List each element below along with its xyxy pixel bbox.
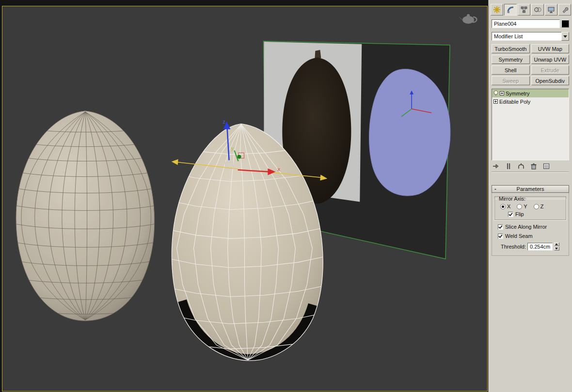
object-name-field[interactable]: Plane004 <box>492 19 560 28</box>
extrude-button: Extrude <box>531 65 570 75</box>
modify-tab-icon <box>507 6 514 14</box>
blue-silhouette-shape <box>369 69 450 196</box>
utilities-tab-icon <box>561 6 569 14</box>
configure-modifier-sets-icon <box>542 162 550 170</box>
gizmo-center-handle[interactable] <box>238 155 241 159</box>
viewport-canvas: z x y <box>2 6 487 391</box>
modifier-stack-toolbar <box>492 162 569 172</box>
make-unique-icon <box>517 162 525 170</box>
radio-z[interactable] <box>534 204 539 209</box>
unwrap-uvw-button[interactable]: Unwrap UVW <box>531 55 570 64</box>
configure-modifier-sets-button[interactable] <box>542 162 550 170</box>
show-end-result-button[interactable] <box>504 162 512 170</box>
threshold-label: Threshold: <box>501 244 526 250</box>
tab-motion[interactable] <box>531 4 544 16</box>
turbosmooth-button[interactable]: TurboSmooth <box>492 44 530 53</box>
create-tab-icon <box>493 6 501 14</box>
weld-seam-label: Weld Seam <box>505 233 533 239</box>
threshold-spinner <box>554 242 559 251</box>
modifier-button-grid: TurboSmooth UVW Map Symmetry Unwrap UVW … <box>492 44 569 85</box>
symmetry-button[interactable]: Symmetry <box>492 55 530 64</box>
spinner-up-button[interactable] <box>554 242 559 246</box>
opensubdiv-button[interactable]: OpenSubdiv <box>531 76 570 85</box>
tab-create[interactable] <box>491 4 503 16</box>
parameters-rollout-header[interactable]: - Parameters <box>492 185 569 193</box>
make-unique-button[interactable] <box>517 162 525 170</box>
radio-y[interactable] <box>517 204 522 209</box>
checkmark-icon <box>498 234 503 238</box>
display-tab-icon <box>547 6 555 14</box>
mirror-axis-group: Mirror Axis: X Y Z Flip <box>494 196 567 220</box>
command-panel-tabs <box>489 0 572 16</box>
slice-along-mirror-checkbox[interactable] <box>498 224 503 230</box>
slice-along-mirror-label: Slice Along Mirror <box>505 224 547 230</box>
uvw-map-button[interactable]: UVW Map <box>531 44 570 53</box>
gizmo-y-label: y <box>231 145 234 151</box>
perspective-viewport[interactable]: z x y <box>2 6 488 392</box>
viewport-teapot-icon <box>458 14 477 24</box>
stack-item-editable-poly[interactable]: Editable Poly <box>492 97 569 106</box>
rollout-title: Parameters <box>517 186 544 192</box>
spinner-down-icon <box>555 248 558 250</box>
tab-hierarchy[interactable] <box>518 4 530 16</box>
stack-item-label: Symmetry <box>506 91 530 96</box>
viewport-outer-frame: z x y <box>0 0 488 392</box>
smoothed-egg-object[interactable] <box>11 111 159 321</box>
motion-tab-icon <box>534 6 541 14</box>
tab-utilities[interactable] <box>558 4 571 16</box>
mirror-axis-y-option[interactable]: Y <box>517 204 527 209</box>
mirror-axis-z-option[interactable]: Z <box>534 204 544 209</box>
flip-label: Flip <box>515 211 524 217</box>
tab-modify[interactable] <box>504 4 517 16</box>
sweep-button: Sweep <box>492 76 530 85</box>
parameters-rollout-body: Mirror Axis: X Y Z Flip <box>492 193 569 256</box>
show-end-result-icon <box>505 162 512 170</box>
modifier-list-label: Modifier List <box>492 32 561 41</box>
modifier-stack[interactable]: Symmetry Editable Poly <box>492 89 569 160</box>
mirror-gizmo-arrow-left <box>172 159 178 165</box>
modifier-list-dropdown[interactable]: Modifier List <box>492 32 569 41</box>
checkmark-icon <box>498 225 503 229</box>
chevron-down-icon <box>563 35 567 38</box>
remove-modifier-button[interactable] <box>529 162 538 170</box>
mirror-axis-x-option[interactable]: X <box>500 204 510 209</box>
pin-stack-icon <box>492 162 500 170</box>
mirror-axis-label: Mirror Axis: <box>497 196 527 202</box>
spinner-down-button[interactable] <box>554 247 559 251</box>
spinner-up-icon <box>555 243 558 245</box>
tab-display[interactable] <box>545 4 557 16</box>
weld-seam-checkbox[interactable] <box>498 234 503 239</box>
command-panel: Plane004 Modifier List TurboSmooth UVW M… <box>488 0 572 392</box>
rollout-collapse-glyph: - <box>494 186 496 191</box>
radio-x-label: X <box>507 204 510 209</box>
radio-y-label: Y <box>524 204 527 209</box>
expand-plus-icon[interactable] <box>500 91 504 95</box>
stack-item-label: Editable Poly <box>499 99 530 105</box>
pin-stack-button[interactable] <box>492 162 500 170</box>
gizmo-x-label: x <box>277 166 280 172</box>
expand-plus-icon[interactable] <box>493 99 498 104</box>
modifier-list-dropdown-button[interactable] <box>561 32 569 41</box>
stack-item-symmetry[interactable]: Symmetry <box>492 89 569 97</box>
seed-stem <box>315 50 321 59</box>
object-color-swatch[interactable] <box>561 20 569 28</box>
gizmo-z-label: z <box>223 119 225 125</box>
radio-x[interactable] <box>500 204 506 209</box>
lightbulb-icon[interactable] <box>493 90 498 96</box>
radio-z-label: Z <box>540 204 544 209</box>
flip-checkbox[interactable] <box>508 212 513 217</box>
threshold-value-field[interactable]: 0.254cm <box>527 243 553 251</box>
shell-button[interactable]: Shell <box>492 65 530 75</box>
checkmark-icon <box>508 212 513 217</box>
hierarchy-tab-icon <box>520 6 528 14</box>
remove-modifier-trash-icon <box>530 162 538 170</box>
